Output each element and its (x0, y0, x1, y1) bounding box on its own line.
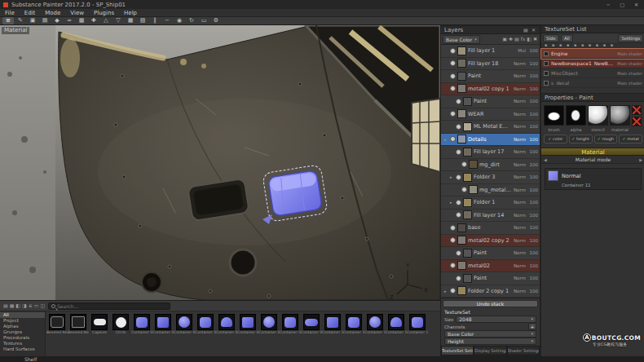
material-section-header[interactable]: Material (541, 148, 644, 156)
geometry-mask-mesh-icon[interactable]: ▦ (125, 17, 136, 24)
layer-row[interactable]: metal02 Norm 100 (441, 260, 540, 273)
settings-tab[interactable]: Display Settings (474, 346, 506, 355)
add-effect-icon[interactable]: fx (520, 36, 527, 42)
focus-view-icon[interactable]: ◉ (174, 17, 185, 24)
shelf-sort-icon[interactable]: ≡ (28, 302, 33, 309)
shelf-item[interactable]: Beveled Rec... (68, 313, 89, 335)
channel-toggle[interactable]: ✓ color (544, 135, 567, 143)
layer-row[interactable]: WEAR Norm 100 (441, 108, 540, 121)
textureset-shader[interactable]: Main shader (617, 71, 642, 76)
brush-preview[interactable] (544, 105, 564, 126)
undo-stack-button[interactable]: Undo stack (443, 300, 538, 307)
visibility-eye-icon[interactable] (456, 212, 461, 218)
shelf-half-view-icon[interactable]: ◨ (21, 302, 28, 309)
folder-expand-icon[interactable] (450, 200, 454, 205)
size-dropdown[interactable]: 2048 ▾ (456, 316, 536, 323)
next-mode-icon[interactable]: ▶ (639, 157, 642, 162)
layer-opacity[interactable]: 100 (527, 48, 538, 53)
minimize-button[interactable]: ─ (602, 2, 615, 7)
shelf-item[interactable]: Container 14 (407, 313, 428, 335)
visibility-eye-icon[interactable] (450, 225, 456, 231)
add-mask-icon[interactable]: ◧ (526, 36, 532, 42)
shelf-item[interactable]: Container 08 (280, 313, 301, 335)
shelf-item[interactable]: Beveled Rec... (46, 313, 68, 335)
visibility-eye-icon[interactable] (456, 99, 461, 104)
textureset-row[interactable]: MiscObject Main shader (541, 68, 644, 78)
side-dropdown[interactable]: Side (543, 34, 559, 42)
shelf-item[interactable]: Circle (110, 313, 131, 335)
visibility-eye-icon[interactable] (450, 86, 456, 91)
layer-blend-mode[interactable]: Norm (513, 225, 526, 230)
layer-blend-mode[interactable]: Norm (513, 200, 526, 205)
visibility-eye-icon[interactable] (461, 161, 467, 167)
shelf-list-view-icon[interactable]: ▦ (9, 302, 15, 309)
menu-item[interactable]: Mode (40, 10, 65, 16)
normal-channel-chip[interactable]: Normal Container 11 (545, 168, 642, 190)
shelf-grid-view-icon[interactable]: ▤ (2, 302, 9, 309)
main-menu-icon[interactable]: ≡ (2, 17, 14, 24)
layer-opacity[interactable]: 100 (527, 276, 538, 280)
maximize-button[interactable]: ▢ (616, 2, 629, 7)
all-button[interactable]: All (561, 34, 573, 42)
layer-opacity[interactable]: 100 (527, 99, 538, 104)
shelf-import-icon[interactable]: ▭ (33, 302, 40, 309)
shelf-category[interactable]: Procedurals (0, 335, 45, 341)
layer-opacity[interactable]: 100 (527, 250, 538, 255)
alpha-preview[interactable] (566, 105, 586, 126)
layer-opacity[interactable]: 100 (527, 238, 538, 243)
material-mode-row[interactable]: ◀ Material mode ▶ (541, 156, 644, 164)
paint-brush-tool-icon[interactable]: ✎ (15, 17, 26, 24)
stencil-preview[interactable] (588, 105, 608, 126)
menu-item[interactable]: View (65, 10, 89, 16)
panel-menu-icon[interactable]: ▤ (523, 27, 529, 33)
delete-layer-icon[interactable]: ✖ (532, 36, 538, 42)
shelf-item[interactable]: Capsule (89, 313, 110, 335)
polygon-fill-tool-icon[interactable]: ◆ (51, 17, 63, 24)
visibility-eye-icon[interactable] (450, 73, 456, 79)
menu-item[interactable]: File (0, 10, 20, 16)
layer-blend-mode[interactable]: Norm (513, 137, 526, 142)
menu-item[interactable]: Plugins (89, 10, 119, 16)
layer-row[interactable]: Paint Norm 100 (441, 247, 540, 260)
layer-blend-mode[interactable]: Norm (513, 276, 526, 280)
shelf-item[interactable]: Container 06 (237, 313, 258, 335)
visibility-eye-icon[interactable] (456, 124, 461, 130)
clone-tool-icon[interactable]: ▩ (76, 17, 87, 24)
layer-opacity[interactable]: 100 (527, 162, 538, 167)
display-mode-icon[interactable]: ▭ (198, 17, 210, 24)
channel-toggle[interactable]: ✓ rough (594, 135, 618, 143)
layer-opacity[interactable]: 100 (527, 188, 538, 192)
projection-tool-icon[interactable]: ▤ (39, 17, 51, 24)
layer-blend-mode[interactable]: Norm (513, 112, 526, 117)
textureset-shader[interactable]: Main shader (617, 61, 642, 66)
layer-row[interactable]: Fill layer 14 Norm 100 (441, 210, 540, 223)
layer-blend-mode[interactable]: Norm (513, 61, 526, 66)
menu-item[interactable]: Help (119, 10, 142, 16)
layer-blend-mode[interactable]: Norm (513, 124, 526, 129)
channel-toggle[interactable]: ✓ height (569, 135, 593, 143)
channel-format-dropdown[interactable]: Base Color ▾ (444, 330, 536, 338)
layer-blend-mode[interactable]: Norm (513, 174, 526, 179)
textureset-row[interactable]: NewBonespace1_NewBonespa... Main shader (541, 59, 644, 68)
layer-blend-mode[interactable]: Norm (513, 73, 526, 78)
layer-blend-mode[interactable]: Norm (513, 213, 526, 218)
menu-item[interactable]: Edit (20, 10, 41, 16)
textureset-shader[interactable]: Main shader (617, 81, 642, 86)
visibility-eye-icon[interactable] (450, 60, 456, 66)
panel-close-icon[interactable]: ✕ (531, 27, 536, 33)
visibility-eye-icon[interactable] (450, 111, 456, 117)
layer-blend-mode[interactable]: Norm (513, 99, 526, 104)
smudge-tool-icon[interactable]: ≈ (64, 17, 75, 24)
textureset-checkbox[interactable] (544, 51, 549, 56)
settings-icon[interactable]: ⚙ (210, 17, 222, 24)
layer-row[interactable]: Paint Norm 100 (441, 95, 540, 108)
shelf-category[interactable]: Project (0, 318, 45, 324)
layer-row[interactable]: Folder 1 Norm 100 (441, 196, 540, 210)
shelf-item[interactable]: Container 07 (258, 313, 280, 335)
settings-button[interactable]: Settings (618, 34, 643, 42)
close-button[interactable]: ✕ (630, 2, 642, 7)
layer-blend-mode[interactable]: Norm (513, 250, 526, 255)
layer-opacity[interactable]: 100 (527, 174, 538, 179)
visibility-eye-icon[interactable] (456, 250, 461, 256)
geometry-mask-uv-icon[interactable]: ▨ (137, 17, 148, 24)
